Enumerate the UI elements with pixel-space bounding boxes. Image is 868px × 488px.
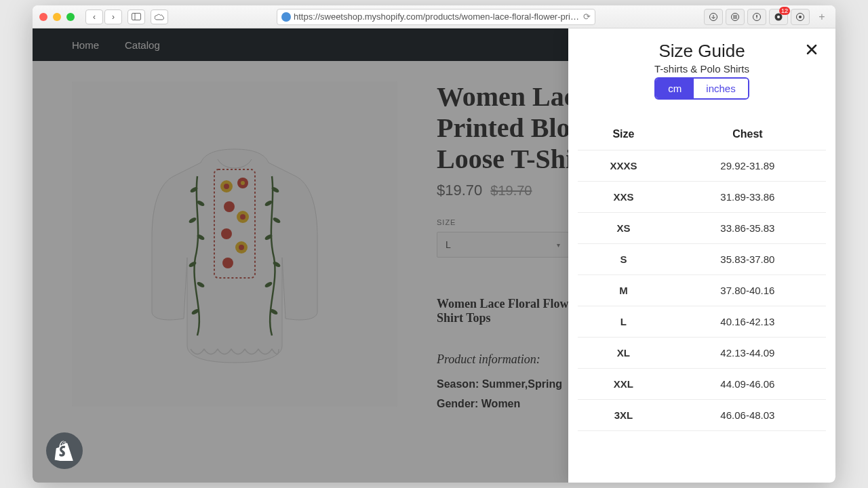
shopify-icon bbox=[54, 441, 75, 461]
size-cell: XXS bbox=[578, 182, 669, 213]
globe-icon bbox=[281, 12, 291, 22]
size-col-header: Size bbox=[578, 119, 669, 150]
table-row: XL42.13-44.09 bbox=[578, 338, 826, 369]
chest-cell: 35.83-37.80 bbox=[669, 244, 826, 275]
size-cell: L bbox=[578, 306, 669, 338]
downloads-icon[interactable] bbox=[704, 9, 723, 25]
chest-cell: 42.13-44.09 bbox=[669, 338, 826, 369]
size-cell: S bbox=[578, 244, 669, 275]
back-button[interactable]: ‹ bbox=[85, 9, 103, 24]
table-row: XXS31.89-33.86 bbox=[578, 182, 826, 213]
table-row: XS33.86-35.83 bbox=[578, 213, 826, 244]
svg-point-6 bbox=[777, 16, 780, 18]
forward-button[interactable]: › bbox=[104, 9, 122, 24]
toolbar-right: 12 + bbox=[704, 9, 829, 25]
chest-cell: 44.09-46.06 bbox=[669, 369, 826, 400]
page-content: Home Catalog bbox=[33, 28, 835, 483]
sidebar-toggle-button[interactable] bbox=[127, 9, 145, 24]
chest-cell: 31.89-33.86 bbox=[669, 182, 826, 213]
extension-icon-1[interactable] bbox=[726, 9, 745, 25]
unit-cm-button[interactable]: cm bbox=[656, 79, 694, 98]
address-url: https://sweetshop.myshopify.com/products… bbox=[294, 12, 580, 22]
table-row: S35.83-37.80 bbox=[578, 244, 826, 275]
table-row: XXL44.09-46.06 bbox=[578, 369, 826, 400]
browser-window: ‹ › https://sweetshop.myshopify.com/prod… bbox=[33, 5, 835, 483]
size-guide-header: Size Guide T-shirts & Polo Shirts cm inc… bbox=[568, 28, 835, 119]
window-zoom-button[interactable] bbox=[66, 13, 75, 21]
svg-point-8 bbox=[799, 16, 802, 18]
unit-toggle: cm inches bbox=[654, 77, 749, 100]
chest-cell: 29.92-31.89 bbox=[669, 150, 826, 182]
chest-cell: 33.86-35.83 bbox=[669, 213, 826, 244]
address-bar-wrap: https://sweetshop.myshopify.com/products… bbox=[174, 9, 698, 25]
size-guide-subtitle: T-shirts & Polo Shirts bbox=[585, 63, 819, 75]
size-cell: XXXS bbox=[578, 150, 669, 182]
size-guide-panel: Size Guide T-shirts & Polo Shirts cm inc… bbox=[568, 28, 835, 483]
new-tab-button[interactable]: + bbox=[815, 10, 829, 24]
chest-cell: 46.06-48.03 bbox=[669, 400, 826, 431]
table-row: M37.80-40.16 bbox=[578, 275, 826, 306]
window-close-button[interactable] bbox=[39, 13, 47, 21]
address-bar[interactable]: https://sweetshop.myshopify.com/products… bbox=[277, 9, 595, 25]
nav-buttons: ‹ › bbox=[85, 9, 122, 24]
size-cell: XL bbox=[578, 338, 669, 369]
chest-col-header: Chest bbox=[669, 119, 826, 150]
extension-icon-3[interactable]: 12 bbox=[769, 9, 788, 25]
chest-cell: 40.16-42.13 bbox=[669, 306, 826, 338]
table-row: L40.16-42.13 bbox=[578, 306, 826, 338]
svg-rect-0 bbox=[132, 14, 141, 20]
size-cell: 3XL bbox=[578, 400, 669, 431]
shopify-badge[interactable] bbox=[46, 432, 83, 469]
traffic-lights bbox=[39, 13, 75, 21]
size-guide-close-button[interactable] bbox=[803, 41, 821, 58]
size-cell: XS bbox=[578, 213, 669, 244]
chest-cell: 37.80-40.16 bbox=[669, 275, 826, 306]
extension-icon-2[interactable] bbox=[747, 9, 766, 25]
size-table: Size Chest XXXS29.92-31.89XXS31.89-33.86… bbox=[578, 119, 826, 431]
reload-icon[interactable]: ⟳ bbox=[583, 12, 591, 22]
cloud-icon bbox=[154, 14, 165, 20]
size-cell: XXL bbox=[578, 369, 669, 400]
sidebar-icon bbox=[132, 13, 141, 20]
close-icon bbox=[806, 44, 817, 55]
size-cell: M bbox=[578, 275, 669, 306]
extension-badge: 12 bbox=[779, 7, 790, 15]
unit-inches-button[interactable]: inches bbox=[694, 79, 747, 98]
cloud-tabs-button[interactable] bbox=[151, 9, 168, 24]
size-guide-title: Size Guide bbox=[585, 41, 819, 62]
table-row: XXXS29.92-31.89 bbox=[578, 150, 826, 182]
size-table-wrap[interactable]: Size Chest XXXS29.92-31.89XXS31.89-33.86… bbox=[568, 119, 835, 483]
extension-icon-4[interactable] bbox=[791, 9, 810, 25]
table-row: 3XL46.06-48.03 bbox=[578, 400, 826, 431]
window-minimize-button[interactable] bbox=[53, 13, 61, 21]
titlebar: ‹ › https://sweetshop.myshopify.com/prod… bbox=[33, 5, 835, 28]
